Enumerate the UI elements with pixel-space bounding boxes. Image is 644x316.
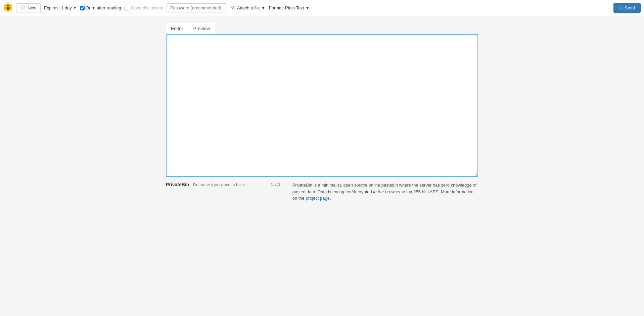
expires-caret-icon: ▼ <box>73 6 77 10</box>
send-button-label: Send <box>625 5 635 10</box>
footer-brand-name: PrivateBin <box>166 182 189 187</box>
footer-tagline: - Because ignorance is bliss <box>190 182 245 187</box>
format-dropdown[interactable]: Format: Plain Text ▼ <box>269 5 310 10</box>
paperclip-icon: 📎 <box>230 5 236 10</box>
footer-brand: PrivateBin - Because ignorance is bliss <box>166 182 259 187</box>
format-caret-icon: ▼ <box>305 5 310 10</box>
file-icon: 📄 <box>20 5 26 10</box>
format-label: Format: Plain Text <box>269 5 304 10</box>
editor-area <box>166 34 478 177</box>
project-page-link[interactable]: project page <box>306 196 330 201</box>
navbar: 📄 New Expires: 1 day ▼ Burn after readin… <box>0 0 644 16</box>
open-discussion-control[interactable]: Open discussion <box>125 5 163 10</box>
editor-textarea[interactable] <box>167 35 477 175</box>
footer-description: PrivateBin is a minimalist, open source … <box>292 182 478 202</box>
tab-preview[interactable]: Preview <box>188 23 215 34</box>
logo <box>3 3 13 13</box>
burn-after-reading-label: Burn after reading <box>86 5 121 10</box>
send-icon: ⊙ <box>619 5 623 10</box>
burn-after-reading-checkbox[interactable] <box>80 6 85 10</box>
open-discussion-label: Open discussion <box>131 5 163 10</box>
footer-desc-end: . <box>330 196 331 201</box>
new-button-label: New <box>28 5 36 10</box>
password-input[interactable] <box>167 3 227 12</box>
attach-file-label: Attach a file <box>237 5 260 10</box>
open-discussion-checkbox[interactable] <box>125 6 129 10</box>
send-button[interactable]: ⊙ Send <box>613 3 641 13</box>
attach-file-dropdown[interactable]: 📎 Attach a file ▼ <box>230 5 266 10</box>
attach-file-caret-icon: ▼ <box>261 5 266 10</box>
svg-rect-3 <box>8 8 8 9</box>
footer: PrivateBin - Because ignorance is bliss … <box>161 182 483 208</box>
burn-after-reading-control[interactable]: Burn after reading <box>80 5 121 10</box>
expires-label: Expires: <box>44 5 60 10</box>
new-button[interactable]: 📄 New <box>16 3 41 12</box>
tab-editor[interactable]: Editor <box>166 23 188 34</box>
expires-value: 1 day <box>61 5 72 10</box>
tabs: Editor Preview <box>166 23 478 34</box>
footer-desc-italic: in the browser <box>373 189 401 194</box>
main-content: Editor Preview <box>161 23 483 177</box>
footer-version: 1.2.1 <box>266 182 286 187</box>
expires-dropdown[interactable]: Expires: 1 day ▼ <box>44 5 77 10</box>
